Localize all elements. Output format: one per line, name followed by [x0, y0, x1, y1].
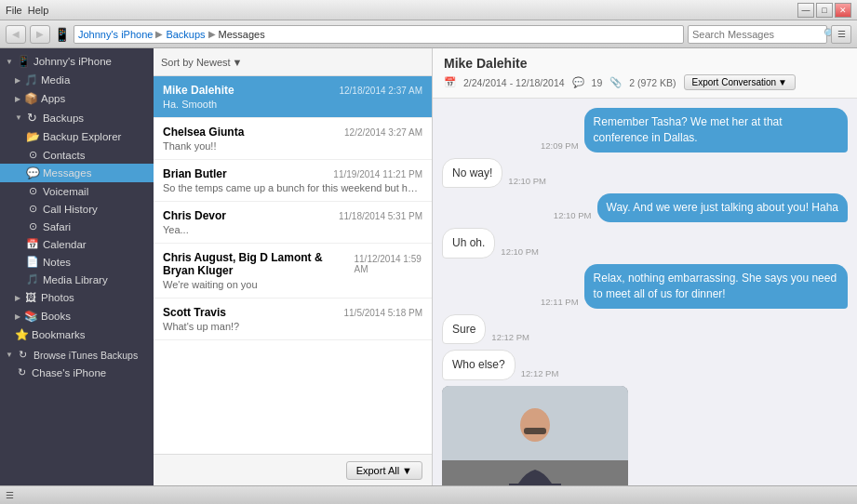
sidebar-label-backup-explorer: Backup Explorer — [43, 131, 121, 142]
call-history-icon: ⊙ — [26, 203, 39, 215]
sidebar-item-books[interactable]: ▶ 📚 Books — [0, 307, 154, 325]
conv-item-chris-devor[interactable]: Chris Devor 11/18/2014 5:31 PM Yea... — [154, 202, 432, 244]
export-conv-arrow-icon: ▼ — [778, 77, 787, 87]
export-all-arrow-icon: ▼ — [402, 465, 412, 476]
svg-rect-4 — [509, 484, 561, 485]
sidebar-item-browse-itunes[interactable]: ▼ ↻ Browse iTunes Backups — [0, 346, 154, 364]
back-button[interactable]: ◀ — [6, 25, 26, 44]
sidebar-item-notes[interactable]: 📄 Notes — [0, 253, 154, 271]
msg-bubble-sent: Remember Tasha? We met her at that confe… — [584, 108, 848, 153]
conv-header: Chris Devor 11/18/2014 5:31 PM — [163, 209, 422, 222]
msg-bubble-received: Who else? — [442, 350, 516, 380]
sidebar-item-media-library[interactable]: 🎵 Media Library — [0, 271, 154, 288]
arrow-johnny: ▼ — [6, 58, 13, 66]
menu-bar[interactable]: File Help — [6, 5, 48, 16]
chat-header: Mike Dalehite 📅 2/24/2014 - 12/18/2014 💬… — [433, 48, 857, 99]
message-row: 12:10 PM Way. And we were just talking a… — [442, 193, 848, 222]
msg-bubble-received: No way! — [442, 158, 502, 189]
conv-item-chelsea[interactable]: Chelsea Giunta 12/2/2014 3:27 AM Thank y… — [154, 118, 432, 160]
sidebar-item-media[interactable]: ▶ 🎵 Media — [0, 71, 154, 89]
conv-item-brian[interactable]: Brian Butler 11/19/2014 11:21 PM So the … — [154, 160, 432, 202]
conv-header: Chelsea Giunta 12/2/2014 3:27 AM — [163, 126, 422, 139]
photos-icon: 🖼 — [24, 291, 37, 304]
sidebar-label-chases-iphone: Chase's iPhone — [32, 367, 106, 378]
message-row: Who else? 12:12 PM — [442, 350, 848, 380]
view-toggle-button[interactable]: ☰ — [831, 25, 851, 44]
conv-header: Brian Butler 11/19/2014 11:21 PM — [163, 167, 422, 180]
sort-dropdown[interactable]: Sort by Newest ▼ — [161, 57, 242, 68]
window-controls[interactable]: — □ ✕ — [797, 3, 851, 18]
sidebar-item-call-history[interactable]: ⊙ Call History — [0, 200, 154, 218]
sidebar-item-johnny-iphone[interactable]: ▼ 📱 Johnny's iPhone — [0, 52, 154, 71]
address-bar: ◀ ▶ 📱 Johnny's iPhone ▶ Backups ▶ Messag… — [0, 20, 857, 48]
sidebar-label-safari: Safari — [43, 221, 71, 232]
books-icon: 📚 — [24, 310, 37, 323]
sidebar-item-chases-iphone[interactable]: ↻ Chase's iPhone — [0, 364, 154, 381]
sidebar-item-bookmarks[interactable]: ⭐ Bookmarks — [0, 325, 154, 344]
breadcrumb-iphone[interactable]: Johnny's iPhone — [78, 29, 153, 40]
sidebar: ▼ 📱 Johnny's iPhone ▶ 🎵 Media ▶ 📦 Apps ▼… — [0, 48, 154, 485]
sidebar-item-backups[interactable]: ▼ ↻ Backups — [0, 108, 154, 127]
conv-header: Mike Dalehite 12/18/2014 2:37 AM — [163, 84, 422, 97]
msg-time: 12:10 PM — [501, 246, 539, 259]
conv-item-mike[interactable]: Mike Dalehite 12/18/2014 2:37 AM Ha. Smo… — [154, 76, 432, 118]
status-bar: ☰ — [0, 485, 857, 504]
arrow-backups: ▼ — [15, 113, 22, 122]
chat-msg-count-icon: 💬 — [572, 76, 584, 88]
bc-sep-2: ▶ — [208, 29, 216, 39]
notes-icon: 📄 — [26, 256, 39, 268]
sidebar-item-apps[interactable]: ▶ 📦 Apps — [0, 89, 154, 108]
close-button[interactable]: ✕ — [835, 3, 851, 18]
conv-date: 11/19/2014 11:21 PM — [333, 169, 422, 179]
maximize-button[interactable]: □ — [816, 3, 833, 18]
msg-time: 12:09 PM — [541, 140, 579, 153]
conv-preview: We're waiting on you — [163, 279, 422, 290]
menu-help[interactable]: Help — [28, 5, 49, 16]
msg-time: 12:10 PM — [554, 210, 592, 222]
sidebar-item-backup-explorer[interactable]: 📂 Backup Explorer — [0, 127, 154, 146]
breadcrumb-backups[interactable]: Backups — [166, 29, 205, 40]
safari-icon: ⊙ — [26, 220, 39, 232]
search-bar[interactable]: 🔍 — [688, 25, 827, 44]
msg-time: 12:11 PM — [541, 297, 579, 309]
sidebar-item-voicemail[interactable]: ⊙ Voicemail — [0, 182, 154, 200]
sidebar-item-messages[interactable]: 💬 Messages — [0, 164, 154, 182]
arrow-media: ▶ — [15, 76, 20, 85]
search-input[interactable] — [692, 29, 821, 40]
svg-point-3 — [520, 408, 550, 442]
arrow-apps: ▶ — [15, 95, 20, 103]
sidebar-item-safari[interactable]: ⊙ Safari — [0, 218, 154, 235]
forward-button[interactable]: ▶ — [30, 25, 50, 44]
arrow-photos: ▶ — [15, 294, 20, 302]
message-row: No way! 12:10 PM — [442, 158, 848, 189]
chat-meta: 📅 2/24/2014 - 12/18/2014 💬 19 📎 2 (972 K… — [444, 74, 846, 90]
main-layout: ▼ 📱 Johnny's iPhone ▶ 🎵 Media ▶ 📦 Apps ▼… — [0, 48, 857, 485]
attachment-icon: 📎 — [609, 76, 622, 88]
conv-name: Brian Butler — [163, 167, 227, 180]
conv-header: Chris August, Big D Lamont & Bryan Kluge… — [163, 251, 422, 277]
sidebar-label-apps: Apps — [41, 93, 65, 104]
breadcrumb-messages: Messages — [219, 29, 265, 40]
backup-explorer-icon: 📂 — [26, 130, 39, 143]
conv-item-chris-august[interactable]: Chris August, Big D Lamont & Bryan Kluge… — [154, 244, 432, 298]
sidebar-item-contacts[interactable]: ⊙ Contacts — [0, 146, 154, 164]
conv-item-scott[interactable]: Scott Travis 11/5/2014 5:18 PM What's up… — [154, 298, 432, 340]
sidebar-item-calendar[interactable]: 📅 Calendar — [0, 235, 154, 253]
message-row: Uh oh. 12:10 PM — [442, 228, 848, 259]
sidebar-item-photos[interactable]: ▶ 🖼 Photos — [0, 288, 154, 307]
sidebar-label-bookmarks: Bookmarks — [32, 329, 86, 340]
minimize-button[interactable]: — — [797, 3, 814, 18]
sidebar-label-media: Media — [41, 74, 70, 86]
export-all-button[interactable]: Export All ▼ — [346, 461, 422, 480]
message-list: Sort by Newest ▼ Mike Dalehite 12/18/201… — [154, 48, 433, 485]
conv-preview: Thank you!! — [163, 140, 422, 152]
menu-file[interactable]: File — [6, 5, 22, 16]
contacts-icon: ⊙ — [26, 149, 39, 161]
sort-arrow-icon: ▼ — [233, 57, 243, 68]
sidebar-label-photos: Photos — [41, 292, 74, 303]
export-all-bar: Export All ▼ — [154, 454, 432, 485]
device-icon: 📱 — [54, 27, 70, 42]
bookmarks-icon: ⭐ — [15, 328, 28, 341]
msg-time: 12:10 PM — [508, 176, 546, 188]
export-conversation-button[interactable]: Export Conversation ▼ — [684, 74, 797, 90]
